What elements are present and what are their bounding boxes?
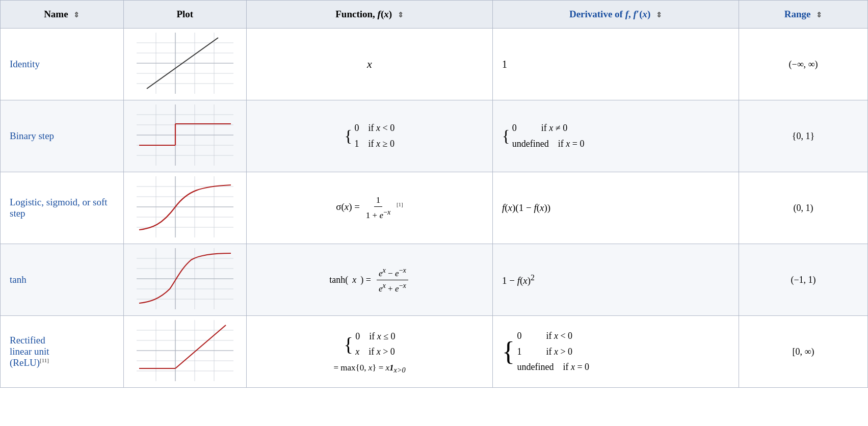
formula-identity: x bbox=[247, 29, 493, 100]
name-relu: Rectifiedlinear unit(ReLU)[11] bbox=[1, 316, 124, 388]
formula-sigmoid: σ(x) = 1 1 + e−x [1] bbox=[247, 172, 493, 244]
range-sigmoid: (0, 1) bbox=[739, 172, 868, 244]
header-plot: Plot bbox=[123, 1, 247, 29]
derivative-binary-step: { 0 if x ≠ 0 undefined if x = 0 bbox=[493, 100, 739, 172]
plot-svg-tanh bbox=[137, 248, 233, 309]
range-relu: [0, ∞) bbox=[739, 316, 868, 388]
derivative-relu: { 0 if x < 0 1 if x > 0 undefined if x = bbox=[493, 316, 739, 388]
name-sigmoid: Logistic, sigmoid, or soft step bbox=[1, 172, 124, 244]
formula-tanh: tanh(x) = ex − e−x ex + e−x bbox=[247, 244, 493, 316]
row-relu: Rectifiedlinear unit(ReLU)[11] bbox=[1, 316, 868, 388]
range-tanh: (−1, 1) bbox=[739, 244, 868, 316]
sort-icon-function[interactable]: ⇕ bbox=[398, 11, 404, 19]
derivative-sigmoid: f(x)(1 − f(x)) bbox=[493, 172, 739, 244]
plot-sigmoid bbox=[123, 172, 247, 244]
range-identity: (−∞, ∞) bbox=[739, 29, 868, 100]
name-tanh: tanh bbox=[1, 244, 124, 316]
plot-tanh bbox=[123, 244, 247, 316]
row-binary-step: Binary step bbox=[1, 100, 868, 172]
row-sigmoid: Logistic, sigmoid, or soft step bbox=[1, 172, 868, 244]
header-plot-label: Plot bbox=[176, 9, 193, 19]
plot-relu bbox=[123, 316, 247, 388]
plot-svg-binary-step bbox=[137, 104, 233, 166]
header-range[interactable]: Range ⇕ bbox=[739, 1, 868, 29]
formula-binary-step: { 0 if x < 0 1 if x ≥ 0 bbox=[247, 100, 493, 172]
row-identity: Identity bbox=[1, 29, 868, 100]
formula-relu: { 0 if x ≤ 0 x if x > 0 = max bbox=[247, 316, 493, 388]
name-identity: Identity bbox=[1, 29, 124, 100]
plot-identity bbox=[123, 29, 247, 100]
header-function-label: Function, f(x) bbox=[335, 9, 392, 19]
row-tanh: tanh bbox=[1, 244, 868, 316]
plot-binary-step bbox=[123, 100, 247, 172]
activation-functions-table: Name ⇕ Plot Function, f(x) ⇕ Derivative … bbox=[0, 0, 868, 388]
derivative-identity: 1 bbox=[493, 29, 739, 100]
name-binary-step: Binary step bbox=[1, 100, 124, 172]
range-binary-step: {0, 1} bbox=[739, 100, 868, 172]
plot-svg-sigmoid bbox=[137, 176, 233, 237]
sort-icon[interactable]: ⇕ bbox=[73, 11, 80, 19]
plot-svg-relu bbox=[137, 320, 233, 381]
plot-svg-identity bbox=[137, 33, 233, 94]
derivative-tanh: 1 − f(x)2 bbox=[493, 244, 739, 316]
svg-line-60 bbox=[175, 325, 226, 368]
header-range-label: Range bbox=[784, 9, 811, 19]
header-name[interactable]: Name ⇕ bbox=[1, 1, 124, 29]
header-function[interactable]: Function, f(x) ⇕ bbox=[247, 1, 493, 29]
header-derivative-label: Derivative of f, f′(x) bbox=[569, 9, 650, 19]
header-derivative[interactable]: Derivative of f, f′(x) ⇕ bbox=[493, 1, 739, 29]
sort-icon-derivative[interactable]: ⇕ bbox=[656, 11, 662, 19]
header-name-label: Name bbox=[44, 9, 68, 19]
sort-icon-range[interactable]: ⇕ bbox=[816, 11, 822, 19]
